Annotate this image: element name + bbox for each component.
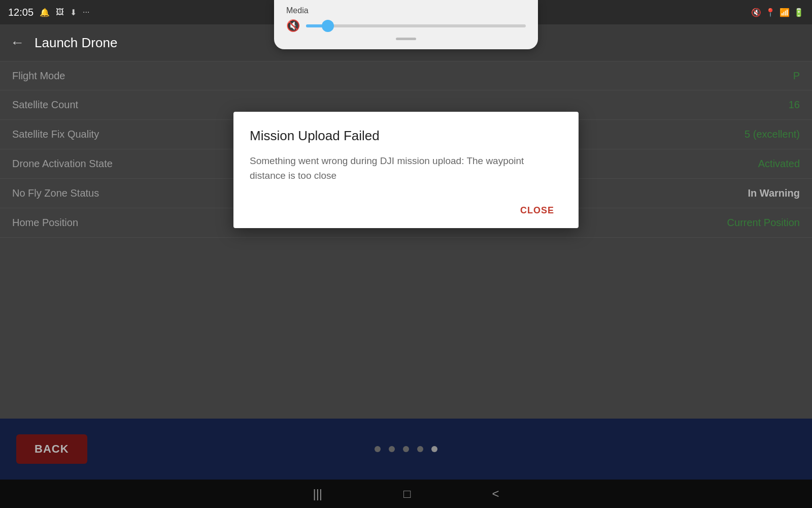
page-title: Launch Drone	[35, 35, 117, 51]
close-button[interactable]: CLOSE	[512, 201, 562, 220]
location-icon: 📍	[765, 8, 775, 17]
notification-icon: 🔔	[40, 8, 50, 17]
download-icon: ⬇	[70, 8, 77, 17]
wifi-icon: 📶	[780, 8, 790, 17]
dialog-overlay: Mission Upload Failed Something went wro…	[0, 61, 812, 508]
dialog-box: Mission Upload Failed Something went wro…	[233, 112, 579, 228]
battery-icon: 🔋	[794, 8, 804, 17]
dialog-title: Mission Upload Failed	[250, 128, 562, 144]
media-controls: 🔇	[286, 19, 526, 33]
dialog-actions: CLOSE	[250, 197, 562, 220]
status-bar-left: 12:05 🔔 🖼 ⬇ ···	[8, 7, 89, 18]
media-popup: Media 🔇	[274, 0, 538, 49]
more-icon: ···	[83, 8, 89, 17]
dialog-message: Something went wrong during DJI mission …	[250, 154, 562, 183]
status-time: 12:05	[8, 7, 33, 18]
media-handle	[396, 38, 416, 40]
volume-mute-icon[interactable]: 🔇	[286, 19, 300, 33]
media-label: Media	[286, 6, 526, 15]
volume-slider-thumb[interactable]	[322, 20, 334, 32]
status-bar-right: 🔇 📍 📶 🔋	[751, 8, 804, 17]
back-arrow-icon[interactable]: ←	[10, 35, 24, 51]
mute-icon: 🔇	[751, 8, 761, 17]
volume-slider-track[interactable]	[306, 24, 526, 27]
gallery-icon: 🖼	[56, 8, 64, 17]
